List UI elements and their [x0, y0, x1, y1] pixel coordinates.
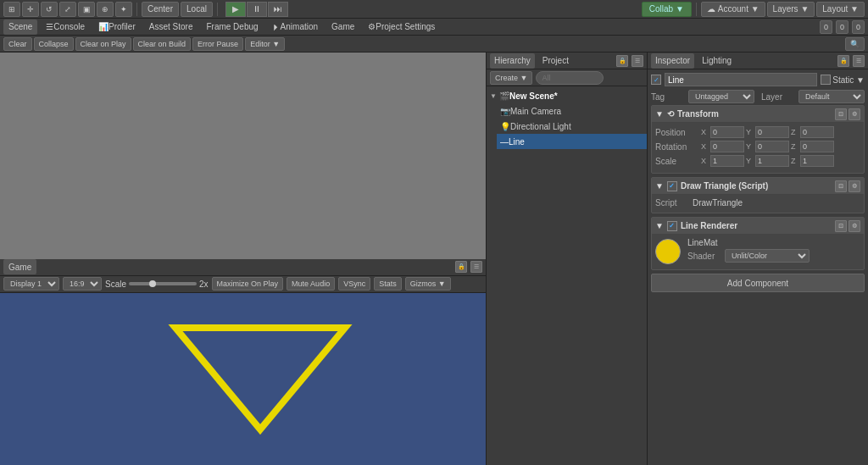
tab-project-settings[interactable]: ⚙ Project Settings [363, 19, 440, 35]
rot-y-input[interactable] [755, 141, 789, 152]
tag-select[interactable]: Untagged [688, 90, 754, 103]
line-renderer-header[interactable]: ▼ ✓ Line Renderer ⊡ ⚙ [652, 218, 864, 235]
pos-z-input[interactable] [800, 126, 834, 138]
object-enabled-checkbox[interactable]: ✓ [651, 75, 661, 85]
collapse-button[interactable]: Collapse [34, 37, 74, 51]
draw-triangle-header[interactable]: ▼ ✓ Draw Triangle (Script) ⊡ ⚙ [652, 178, 864, 195]
directional-light-item[interactable]: 💡 Directional Light [497, 119, 647, 134]
lr-body: LineMat Shader Unlit/Color [652, 235, 864, 269]
transform-header[interactable]: ▼ ⟲ Transform ⊡ ⚙ [652, 106, 864, 123]
object-name-input[interactable] [665, 73, 817, 86]
add-component-button[interactable]: Add Component [651, 274, 865, 292]
rect-tool-icon[interactable]: ▣ [78, 2, 95, 17]
clear-button[interactable]: Clear [3, 37, 32, 51]
tab-scene[interactable]: Scene [3, 19, 37, 35]
tab-profiler[interactable]: 📊 Profiler [93, 19, 141, 35]
dt-btn1[interactable]: ⊡ [835, 180, 847, 192]
game-menu-icon[interactable]: ☰ [470, 261, 482, 273]
main-camera-item[interactable]: 📷 Main Camera [497, 103, 647, 119]
local-button[interactable]: Local [181, 2, 213, 17]
shader-select[interactable]: Unlit/Color [725, 249, 810, 263]
scale-thumb [149, 280, 156, 287]
game-tab[interactable]: Game [3, 259, 36, 274]
gizmos-btn[interactable]: Gizmos ▼ [405, 277, 451, 291]
transform-icon: ⟲ [667, 109, 674, 119]
line-item[interactable]: — Line [497, 134, 647, 149]
scale-label: Scale [655, 157, 698, 166]
counter3-value: 0 [856, 23, 860, 31]
pos-z-label: Z [791, 128, 799, 136]
collab-button[interactable]: Collab ▼ [642, 2, 692, 17]
insp-menu-icon[interactable]: ☰ [853, 55, 865, 67]
layer-select[interactable]: Default [798, 90, 865, 103]
lr-checkbox[interactable]: ✓ [667, 221, 677, 231]
maximize-btn[interactable]: Maximize On Play [212, 277, 284, 291]
hier-menu-icon[interactable]: ☰ [632, 55, 643, 67]
pos-x-input[interactable] [710, 126, 744, 138]
lighting-tab[interactable]: Lighting [698, 53, 736, 69]
clear-on-play-button[interactable]: Clear on Play [75, 37, 131, 51]
dt-checkbox[interactable]: ✓ [667, 181, 677, 191]
lr-btn1[interactable]: ⊡ [835, 220, 847, 232]
expand-dt-icon: ▼ [655, 181, 664, 191]
aspect-select[interactable]: 16:9 [63, 277, 102, 291]
counter1-value: 0 [824, 23, 828, 31]
material-preview[interactable] [655, 239, 681, 264]
rot-z-input[interactable] [800, 141, 834, 152]
account-button[interactable]: ☁ Account ▼ [701, 2, 765, 17]
scene-toolbar: Clear Collapse Clear on Play Clear on Bu… [0, 36, 868, 53]
project-tab[interactable]: Project [538, 53, 573, 69]
tab-asset-store[interactable]: Asset Store [144, 19, 198, 35]
rotate-tool-icon[interactable]: ↺ [41, 2, 58, 17]
layers-button[interactable]: Layers ▼ [767, 2, 815, 17]
scale-tool-icon[interactable]: ⤢ [59, 2, 76, 17]
create-btn[interactable]: Create ▼ [490, 71, 532, 85]
lr-btn2[interactable]: ⚙ [849, 220, 860, 232]
clear-on-build-button[interactable]: Clear on Build [133, 37, 192, 51]
scale-y-input[interactable] [755, 155, 789, 167]
hierarchy-tab[interactable]: Hierarchy [490, 53, 535, 69]
move-tool-icon[interactable]: ✛ [22, 2, 39, 17]
search-icon[interactable]: 🔍 [845, 37, 865, 51]
scale-slider[interactable] [129, 282, 197, 285]
scale-z-input[interactable] [800, 155, 834, 167]
lr-label: Line Renderer [681, 221, 737, 230]
insp-lock-icon[interactable]: 🔒 [837, 55, 849, 67]
draw-triangle-section: ▼ ✓ Draw Triangle (Script) ⊡ ⚙ Script Dr… [651, 177, 865, 213]
dt-btn2[interactable]: ⚙ [849, 180, 860, 192]
step-button[interactable]: ⏭ [268, 2, 288, 17]
unity-logo-icon[interactable]: ⊞ [3, 2, 20, 17]
hier-search[interactable] [536, 71, 604, 85]
tab-game[interactable]: Game [326, 19, 359, 35]
pause-button[interactable]: ⏸ [247, 2, 267, 17]
static-checkbox[interactable] [821, 75, 831, 85]
mute-btn[interactable]: Mute Audio [287, 277, 335, 291]
tab-frame-debug[interactable]: Frame Debug [201, 19, 263, 35]
play-button[interactable]: ▶ [225, 2, 246, 17]
divider2 [217, 3, 218, 16]
pos-y-input[interactable] [755, 126, 789, 138]
scene-root-item[interactable]: ▼ 🎬 New Scene* [487, 88, 647, 103]
error-pause-button[interactable]: Error Pause [192, 37, 243, 51]
editor-dropdown[interactable]: Editor ▼ [245, 37, 285, 51]
tab-console[interactable]: ☰ Console [41, 19, 90, 35]
transform-btn2[interactable]: ⚙ [849, 108, 860, 120]
profiler-icon: 📊 [98, 22, 108, 31]
scale-x-input[interactable] [710, 155, 744, 167]
hier-lock-icon[interactable]: 🔒 [616, 55, 628, 67]
inspector-tab[interactable]: Inspector [651, 53, 694, 69]
rot-x-input[interactable] [710, 141, 744, 152]
vsync-btn[interactable]: VSync [338, 277, 370, 291]
layout-button[interactable]: Layout ▼ [816, 2, 865, 17]
display-select[interactable]: Display 1 [3, 277, 59, 291]
expand-arrow-scene: ▼ [490, 92, 497, 100]
hierarchy-content: ▼ 🎬 New Scene* 📷 Main Camera 💡 Direction… [487, 86, 647, 465]
game-view [0, 293, 486, 466]
game-lock-icon[interactable]: 🔒 [455, 261, 467, 273]
custom-tool-icon[interactable]: ✦ [115, 2, 132, 17]
tab-animation[interactable]: ⏵ Animation [267, 19, 323, 35]
center-button[interactable]: Center [142, 2, 179, 17]
transform-btn1[interactable]: ⊡ [835, 108, 847, 120]
stats-btn[interactable]: Stats [374, 277, 402, 291]
transform-tool-icon[interactable]: ⊕ [97, 2, 114, 17]
